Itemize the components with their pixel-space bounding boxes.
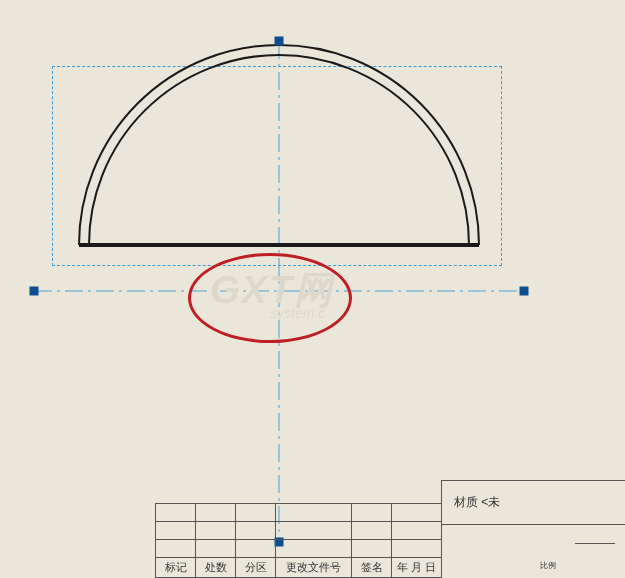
handle-left[interactable] (30, 287, 39, 296)
drawing-canvas[interactable]: GXT网 system.c 标记 处数 分区 更改文件号 签名 年 月 日 材质… (0, 0, 625, 578)
annotation-circle (188, 253, 352, 343)
col-count: 处数 (196, 558, 236, 578)
outer-arc (79, 45, 479, 245)
col-sign: 签名 (352, 558, 392, 578)
material-label: 材质 <未 (454, 494, 500, 511)
col-mark: 标记 (156, 558, 196, 578)
table-row (156, 540, 442, 558)
col-zone: 分区 (236, 558, 276, 578)
table-row (156, 504, 442, 522)
table-header-row: 标记 处数 分区 更改文件号 签名 年 月 日 (156, 558, 442, 578)
handle-top[interactable] (275, 37, 284, 46)
table-row (156, 522, 442, 540)
col-date: 年 月 日 (392, 558, 442, 578)
handle-right[interactable] (520, 287, 529, 296)
title-block: 标记 处数 分区 更改文件号 签名 年 月 日 (155, 503, 442, 578)
col-change-doc: 更改文件号 (276, 558, 352, 578)
material-lower-cell (441, 524, 625, 578)
scale-label: 比例 (540, 560, 556, 571)
inner-arc (89, 55, 469, 245)
material-cell: 材质 <未 (441, 480, 625, 524)
